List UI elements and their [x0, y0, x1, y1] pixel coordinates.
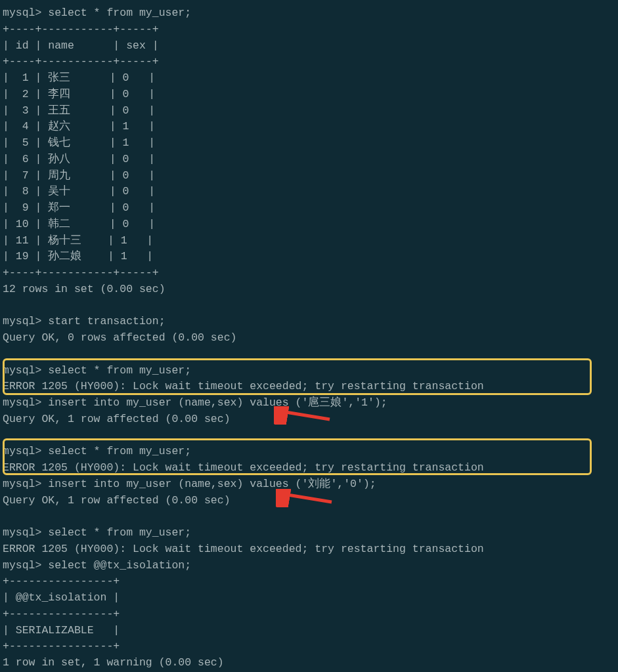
table-row: | 8 | 吴十 | 0 |	[3, 184, 615, 200]
table-row: | 10 | 韩二 | 0 |	[3, 217, 615, 233]
query-ok: Query OK, 1 row affected (0.00 sec)	[3, 493, 615, 509]
table-row: | 2 | 李四 | 0 |	[3, 87, 615, 103]
blank-line	[3, 428, 615, 444]
table-row: | 9 | 郑一 | 0 |	[3, 200, 615, 217]
table-row: | 1 | 张三 | 0 |	[3, 70, 615, 87]
sql-prompt-line: mysql> insert into my_user (name,sex) va…	[3, 476, 615, 493]
table-border: +----------------+	[3, 574, 615, 590]
blank-line	[3, 298, 615, 314]
rows-in-set: 12 rows in set (0.00 sec)	[3, 282, 615, 298]
table-border: +----------------+	[3, 606, 615, 623]
table-row: | 11 | 杨十三 | 1 |	[3, 233, 615, 249]
sql-prompt-line: mysql> start transaction;	[3, 314, 615, 330]
table-row: | 6 | 孙八 | 0 |	[3, 152, 615, 168]
table-row: | 19 | 孙二娘 | 1 |	[3, 249, 615, 265]
query-ok: Query OK, 1 row affected (0.00 sec)	[3, 411, 615, 428]
sql-prompt-line: mysql> select * from my_user;	[3, 363, 615, 379]
sql-prompt-line: mysql> select @@tx_isolation;	[3, 558, 615, 574]
query-ok: Query OK, 0 rows affected (0.00 sec)	[3, 330, 615, 346]
table-row: | 3 | 王五 | 0 |	[3, 103, 615, 119]
table-header: | @@tx_isolation |	[3, 590, 615, 606]
table-row: | 4 | 赵六 | 1 |	[3, 119, 615, 135]
sql-prompt-line: mysql> select * from my_user;	[3, 444, 615, 460]
table-border: +----+-----------+-----+	[3, 54, 615, 70]
sql-prompt-line: mysql> select * from my_user;	[3, 5, 615, 22]
error-line: ERROR 1205 (HY000): Lock wait timeout ex…	[3, 460, 615, 476]
rows-in-set: 1 row in set, 1 warning (0.00 sec)	[3, 655, 615, 671]
blank-line	[3, 509, 615, 525]
table-row: | SERIALIZABLE |	[3, 623, 615, 639]
table-border: +----+-----------+-----+	[3, 22, 615, 38]
table-header: | id | name | sex |	[3, 38, 615, 54]
table-border: +----------------+	[3, 639, 615, 655]
sql-prompt-line: mysql> insert into my_user (name,sex) va…	[3, 395, 615, 411]
table-row: | 7 | 周九 | 0 |	[3, 168, 615, 184]
table-row: | 5 | 钱七 | 1 |	[3, 135, 615, 152]
sql-prompt-line: mysql> select * from my_user;	[3, 525, 615, 541]
blank-line	[3, 346, 615, 363]
table-border: +----+-----------+-----+	[3, 265, 615, 282]
error-line: ERROR 1205 (HY000): Lock wait timeout ex…	[3, 541, 615, 558]
error-line: ERROR 1205 (HY000): Lock wait timeout ex…	[3, 379, 615, 395]
